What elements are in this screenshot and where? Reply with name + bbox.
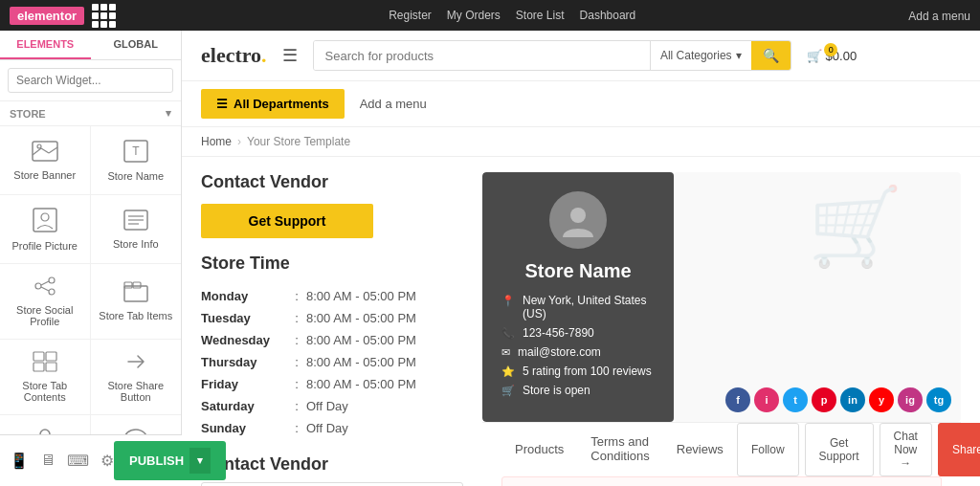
store-phone: 📞 123-456-7890 (501, 326, 655, 340)
svg-rect-24 (46, 363, 56, 371)
tab-products[interactable]: Products (501, 432, 577, 468)
hours-value: 8:00 AM - 05:00 PM (306, 373, 463, 395)
day-label: Wednesday (201, 329, 287, 351)
cart-area[interactable]: 0 🛒 $0.00 (807, 49, 858, 63)
desktop-icon[interactable]: 🖥 (40, 452, 56, 470)
tablet-icon[interactable]: ⌨ (67, 452, 89, 470)
nav-register[interactable]: Register (389, 9, 432, 22)
colon: : (287, 417, 306, 439)
cart-badge: 0 (824, 43, 837, 56)
store-right-panel: Store Name 📍 New York, United States (US… (482, 172, 961, 486)
share-button[interactable]: Share (938, 423, 980, 476)
store-info-list: 📍 New York, United States (US) 📞 123-456… (501, 294, 655, 403)
category-selector[interactable]: All Categories ▾ (650, 41, 751, 70)
hours-value: 8:00 AM - 05:00 PM (306, 285, 463, 307)
breadcrumb-current: Your Store Template (247, 135, 350, 148)
svg-rect-23 (33, 363, 44, 371)
store-rating: ⭐ 5 rating from 100 reviews (501, 364, 655, 378)
breadcrumb-separator: › (237, 135, 241, 148)
follow-button[interactable]: Follow (737, 423, 799, 476)
colon: : (287, 373, 306, 395)
contact-vendor-title: Contact Vendor (201, 172, 463, 192)
hours-value: Off Day (306, 417, 463, 439)
store-status: 🛒 Store is open (501, 384, 655, 397)
day-label: Tuesday (201, 307, 287, 329)
store-tab-contents-label: Store Tab Contents (8, 380, 82, 403)
grid-widget-icon (33, 351, 57, 374)
colon: : (287, 307, 306, 329)
store-left-panel: Contact Vendor Get Support Store Time Mo… (201, 172, 463, 486)
store-tabs-bar: Products Terms and Conditions Reviews Fo… (482, 422, 961, 476)
all-departments-button[interactable]: ☰ All Departments (201, 89, 345, 119)
sidebar-widget-grid: Store Banner T Store Name (0, 126, 181, 486)
tab-terms[interactable]: Terms and Conditions (577, 425, 662, 475)
store-time-table: Monday:8:00 AM - 05:00 PMTuesday:8:00 AM… (201, 285, 463, 439)
logo-dot: . (261, 43, 267, 67)
store-location: 📍 New York, United States (US) (501, 294, 655, 320)
cart-illustration: 🛒 (808, 182, 903, 272)
social-icon-youtube[interactable]: y (869, 387, 894, 412)
nav-my-orders[interactable]: My Orders (447, 9, 501, 22)
search-widget-input[interactable] (8, 68, 173, 93)
social-icon-twitter[interactable]: t (783, 387, 808, 412)
search-button[interactable]: 🔍 (751, 41, 791, 70)
section-collapse-icon[interactable]: ▾ (166, 107, 171, 120)
social-icon-instagram[interactable]: ig (898, 387, 923, 412)
chat-now-button[interactable]: Chat Now → (880, 423, 932, 476)
social-icons-group: fitpinyigtg (725, 387, 951, 412)
cart-icon: 🛒 (807, 49, 822, 63)
hours-value: Off Day (306, 395, 463, 417)
table-row: Tuesday:8:00 AM - 05:00 PM (201, 307, 463, 329)
table-row: Thursday:8:00 AM - 05:00 PM (201, 351, 463, 373)
store-time-title: Store Time (201, 254, 463, 274)
store-card-wrapper: Store Name 📍 New York, United States (US… (482, 172, 961, 422)
social-icon-telegram[interactable]: tg (926, 387, 951, 412)
social-icon-pinterest[interactable]: p (812, 387, 836, 412)
sidebar-item-store-share-button[interactable]: Store Share Button (91, 340, 182, 415)
username-input[interactable] (201, 482, 463, 486)
svg-point-15 (49, 289, 55, 295)
sidebar-item-store-tab-contents[interactable]: Store Tab Contents (0, 340, 91, 415)
hours-value: 8:00 AM - 05:00 PM (306, 307, 463, 329)
nav-dashboard[interactable]: Dashboard (580, 9, 636, 22)
get-support-button[interactable]: Get Support (201, 204, 373, 238)
table-row: Saturday:Off Day (201, 395, 463, 417)
publish-button[interactable]: PUBLISH ▾ (114, 441, 182, 480)
add-menu-link[interactable]: Add a menu (908, 10, 970, 23)
get-support-tab-button[interactable]: Get Support (805, 423, 874, 476)
svg-point-13 (35, 283, 41, 289)
elementor-logo[interactable]: elementor (10, 7, 84, 25)
day-label: Saturday (201, 395, 287, 417)
svg-point-30 (570, 208, 586, 223)
sidebar-item-store-social-profile[interactable]: Store Social Profile (0, 264, 91, 340)
text-icon: T (123, 140, 148, 165)
settings-icon[interactable]: ⚙ (100, 452, 114, 470)
product-search-input[interactable] (314, 41, 650, 70)
store-tab-actions: Follow Get Support Chat Now → Share (737, 423, 980, 476)
tab-elements[interactable]: ELEMENTS (0, 31, 91, 59)
main-layout: ELEMENTS GLOBAL STORE ▾ (0, 31, 980, 486)
social-icon-linkedin[interactable]: in (840, 387, 865, 412)
sidebar-item-profile-picture[interactable]: Profile Picture (0, 195, 91, 264)
tab-global[interactable]: GLOBAL (91, 31, 182, 59)
star-icon: ⭐ (501, 365, 515, 378)
menu-icon: ☰ (216, 97, 228, 111)
colon: : (287, 395, 306, 417)
grid-icon[interactable] (92, 4, 116, 28)
sidebar-item-store-tab-items[interactable]: Store Tab Items (91, 264, 182, 340)
tab-reviews[interactable]: Reviews (663, 432, 737, 468)
day-label: Thursday (201, 351, 287, 373)
sidebar-item-store-info[interactable]: Store Info (91, 195, 182, 264)
sidebar-item-store-name[interactable]: T Store Name (91, 126, 182, 195)
sidebar-item-store-banner[interactable]: Store Banner (0, 126, 91, 195)
social-icon-instagram-pink[interactable]: i (754, 387, 779, 412)
store-info-label: Store Info (113, 238, 159, 250)
breadcrumb-home[interactable]: Home (201, 135, 232, 148)
hamburger-button[interactable]: ☰ (282, 45, 298, 66)
add-menu-dept-link[interactable]: Add a menu (360, 97, 427, 111)
store-share-button-label: Store Share Button (99, 380, 174, 403)
store-right-image-area: 🛒 fitpinyigtg (674, 172, 961, 422)
mobile-icon[interactable]: 📱 (10, 452, 29, 470)
nav-store-list[interactable]: Store List (516, 9, 565, 22)
social-icon-facebook[interactable]: f (725, 387, 750, 412)
